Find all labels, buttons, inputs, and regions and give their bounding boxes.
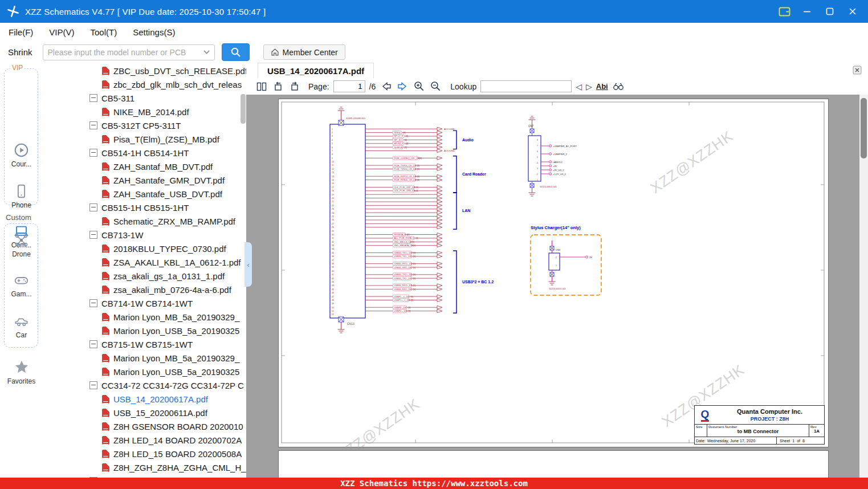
match-case-icon[interactable]: Abi bbox=[596, 82, 608, 91]
tree-file-row[interactable]: ZSA_AKALI_KBL_1A_0612-1.pdf bbox=[43, 255, 246, 269]
page-input[interactable] bbox=[333, 80, 365, 92]
tree-folder-row[interactable]: CB5-311 bbox=[43, 91, 246, 105]
sidebar-item-phone[interactable]: Phone bbox=[0, 184, 43, 209]
page-total: /6 bbox=[369, 82, 376, 91]
zoom-in-icon[interactable] bbox=[413, 80, 425, 93]
minimize-button[interactable] bbox=[800, 4, 814, 19]
tree-file-row[interactable]: Z8H LED_15 BOARD 20200508A bbox=[43, 447, 246, 461]
svg-text:HP-R2_R: HP-R2_R bbox=[394, 142, 404, 145]
svg-text:[2]: [2] bbox=[405, 146, 407, 149]
sidebar-item-label: Drone bbox=[0, 250, 43, 258]
tree-file-row[interactable]: Schematic_ZRX_MB_RAMP.pdf bbox=[43, 214, 246, 228]
wallet-icon[interactable] bbox=[777, 4, 792, 19]
menu-settings[interactable]: Settings(S) bbox=[133, 27, 175, 37]
tree-file-row[interactable]: Z8H GSENSOR BOARD 2020010 bbox=[43, 419, 246, 433]
tree-file-row[interactable]: 2018KBLU_TYPEC_0730.pdf bbox=[43, 242, 246, 255]
rotate-cw-icon[interactable] bbox=[288, 80, 301, 93]
svg-text:24: 24 bbox=[332, 212, 334, 214]
find-next-icon[interactable]: ▷ bbox=[586, 82, 592, 91]
tree-folder-row[interactable]: CB715-1W CB715-1WT bbox=[43, 337, 246, 351]
collapse-minus-icon[interactable] bbox=[89, 231, 97, 239]
titlebar: XZZ Schematics V4.77 [ VIP Due date: 202… bbox=[0, 0, 868, 23]
tree-scrollbar-thumb[interactable] bbox=[241, 94, 246, 124]
tree-file-row[interactable]: Z8H_ZGH_Z8HA_ZGHA_CML_H_ bbox=[43, 461, 246, 474]
shrink-button[interactable]: Shrink bbox=[5, 47, 36, 58]
tree-file-row[interactable]: zsa_akali_mb_0726-4a-a-6.pdf bbox=[43, 283, 246, 296]
tree-file-row[interactable]: zbc_zbd_glk_mlb_sch_dvt_releas bbox=[43, 78, 246, 91]
collapse-minus-icon[interactable] bbox=[89, 299, 97, 307]
sidebar-item-course[interactable]: Cour... bbox=[0, 142, 43, 168]
tree-file-row[interactable]: Marion Lyon_MB_5a_20190329_ bbox=[43, 310, 246, 324]
svg-text:52: 52 bbox=[332, 313, 334, 316]
close-tab-icon[interactable] bbox=[853, 66, 862, 75]
collapse-minus-icon[interactable] bbox=[89, 203, 97, 211]
svg-text:27: 27 bbox=[332, 223, 334, 225]
svg-text:1: 1 bbox=[332, 128, 333, 131]
find-all-icon[interactable] bbox=[612, 80, 625, 93]
tree-file-row[interactable]: ZAH_Santafe_USB_DVT.pdf bbox=[43, 187, 246, 201]
svg-text:38: 38 bbox=[332, 263, 334, 265]
lookup-label: Lookup bbox=[450, 82, 476, 91]
member-center-button[interactable]: Member Center bbox=[263, 44, 345, 60]
close-button[interactable] bbox=[845, 4, 860, 19]
svg-text:2: 2 bbox=[556, 256, 557, 259]
tree-folder-row[interactable]: CB713-1W bbox=[43, 228, 246, 242]
maximize-button[interactable] bbox=[822, 4, 837, 19]
tab-active-pdf[interactable]: USB_14_20200617A.pdf bbox=[258, 63, 374, 78]
tree-folder-row[interactable]: CC314-72 CC314-72G CC314-72P C bbox=[43, 378, 246, 392]
home-icon bbox=[271, 48, 279, 56]
tree-file-row[interactable]: ZAH_Santaf_MB_DVT.pdf bbox=[43, 160, 246, 173]
sidebar-item-drone[interactable]: Drone bbox=[0, 233, 43, 258]
svg-text:[5]: [5] bbox=[413, 278, 415, 280]
find-prev-icon[interactable]: ◁ bbox=[576, 82, 582, 91]
tree-collapse-handle[interactable] bbox=[244, 242, 252, 287]
sidebar-item-car[interactable]: Car bbox=[0, 313, 43, 339]
tree-file-row[interactable]: Marion Lyon_MB_5a_20190329_ bbox=[43, 351, 246, 365]
tree-folder-row[interactable]: CB714-1W CB714-1WT bbox=[43, 296, 246, 310]
next-page-icon[interactable] bbox=[396, 80, 409, 93]
tree-file-row[interactable]: ZBC_usb_DVT_sch_RELEASE.pdf bbox=[43, 64, 246, 78]
tree-folder-row[interactable]: CB5-312T CP5-311T bbox=[43, 119, 246, 132]
tree-file-row[interactable]: Z8H LED_14 BOARD 20200702A bbox=[43, 433, 246, 447]
svg-text:20: 20 bbox=[332, 197, 334, 199]
sidebar-item-game[interactable]: Gam... bbox=[0, 272, 43, 298]
tree-folder-row[interactable]: CB515-1H CB515-1HT bbox=[43, 201, 246, 214]
menu-file[interactable]: File(F) bbox=[9, 27, 33, 37]
model-search-input[interactable] bbox=[43, 46, 199, 59]
menu-tool[interactable]: Tool(T) bbox=[91, 27, 117, 37]
chevron-down-icon[interactable] bbox=[199, 50, 214, 54]
pdf-file-icon bbox=[102, 395, 109, 404]
menu-vip[interactable]: VIP(V) bbox=[49, 27, 74, 37]
tree-file-row[interactable]: USB_14_20200617A.pdf bbox=[43, 392, 246, 406]
svg-text:SLEEVE: SLEEVE bbox=[394, 146, 404, 149]
search-button[interactable] bbox=[222, 43, 250, 61]
tree-file-row[interactable]: ZAH_Santafe_GMR_DVT.pdf bbox=[43, 173, 246, 187]
svg-text:15: 15 bbox=[332, 179, 334, 181]
svg-text:[3]: [3] bbox=[416, 190, 418, 192]
two-page-view-icon[interactable] bbox=[255, 80, 268, 93]
tree-folder-row[interactable]: CB514-1H CB514-1HT bbox=[43, 146, 246, 160]
tree-file-row[interactable]: Pisa_T(Elm)_(ZSE)_MB.pdf bbox=[43, 132, 246, 146]
drone-icon bbox=[14, 233, 29, 248]
collapse-minus-icon[interactable] bbox=[89, 381, 97, 389]
zoom-out-icon[interactable] bbox=[429, 80, 442, 93]
collapse-minus-icon[interactable] bbox=[89, 149, 97, 157]
collapse-minus-icon[interactable] bbox=[89, 121, 97, 129]
viewer-scrollbar[interactable] bbox=[859, 95, 868, 478]
rotate-ccw-icon[interactable] bbox=[272, 80, 284, 93]
prev-page-icon[interactable] bbox=[380, 80, 392, 93]
viewer-scrollbar-thumb[interactable] bbox=[861, 98, 867, 158]
sidebar-item-favorites[interactable]: Favorites bbox=[0, 359, 43, 385]
tree-file-row[interactable]: USB_15_20200611A.pdf bbox=[43, 406, 246, 419]
tree-file-row[interactable]: Marion Lyon_USB_5a_20190325 bbox=[43, 324, 246, 337]
svg-text:36: 36 bbox=[332, 255, 334, 258]
svg-text:[5]: [5] bbox=[413, 244, 415, 247]
collapse-minus-icon[interactable] bbox=[89, 340, 97, 348]
svg-text:6: 6 bbox=[537, 150, 538, 153]
lookup-input[interactable] bbox=[480, 80, 572, 92]
svg-text:USB30_RX1+_DB: USB30_RX1+_DB bbox=[394, 262, 413, 265]
tree-file-row[interactable]: Marion Lyon_USB_5a_20190325 bbox=[43, 365, 246, 378]
tree-file-row[interactable]: NIKE_MB_2014.pdf bbox=[43, 105, 246, 119]
tree-file-row[interactable]: zsa_akali_gs_1a_0131_1.pdf bbox=[43, 269, 246, 283]
collapse-minus-icon[interactable] bbox=[89, 94, 97, 102]
